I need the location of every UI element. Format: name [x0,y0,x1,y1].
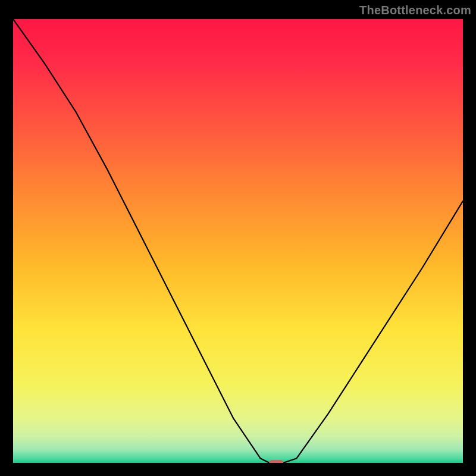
plot-area [13,19,463,463]
gradient-bg [13,19,463,463]
svg-rect-0 [13,19,463,463]
attribution-text: TheBottleneck.com [359,4,471,17]
chart-container: TheBottleneck.com [0,0,476,476]
